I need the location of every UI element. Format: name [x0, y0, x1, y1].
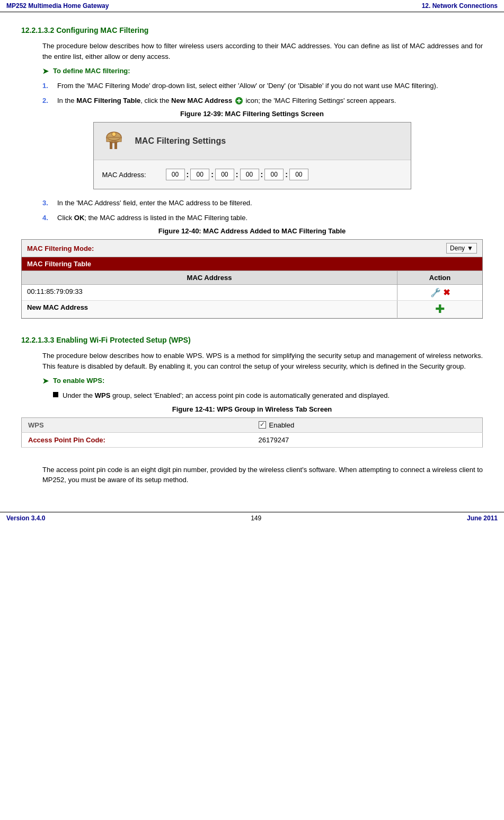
arrow-icon: ➤: [42, 67, 49, 75]
section-323-heading: 12.2.1.3.2 Configuring MAC Filtering: [21, 26, 483, 34]
mac-filter-settings-title: MAC Filtering Settings: [135, 136, 226, 146]
wps-enabled-label: Enabled: [269, 421, 295, 429]
mac-table-col-headers: MAC Address Action: [22, 271, 482, 285]
fig39-container: MAC Filtering Settings MAC Address: : : …: [21, 122, 483, 189]
col-header-mac: MAC Address: [22, 271, 397, 284]
steps-list-1: 1. From the 'MAC Filtering Mode' drop-do…: [42, 81, 483, 106]
wps-checkbox-area: Enabled: [259, 421, 476, 429]
wps-row-enabled: WPS Enabled: [22, 417, 483, 432]
wps-row2-value: 26179247: [252, 432, 483, 447]
to-enable-wps-arrow: ➤ To enable WPS:: [42, 377, 483, 385]
fig40-caption: Figure 12-40: MAC Address Added to MAC F…: [21, 227, 483, 235]
fig40-container: MAC Filtering Mode: Deny ▼ MAC Filtering…: [21, 239, 483, 327]
mac-table-section-header: MAC Filtering Table: [22, 257, 482, 271]
step-4-text: Click OK; the MAC address is listed in t…: [57, 213, 483, 223]
step-1-num: 1.: [42, 81, 57, 91]
mac-mode-value: Deny: [450, 245, 465, 252]
wps-bullet-text: Under the WPS group, select 'Enabled'; a…: [63, 390, 483, 401]
mac-filter-icon: [102, 128, 129, 154]
mac-mode-label: MAC Filtering Mode:: [27, 245, 446, 252]
arrow-icon-2: ➤: [42, 377, 49, 385]
mac-field-1[interactable]: [166, 169, 185, 180]
page-footer: Version 3.4.0 149 June 2011: [0, 512, 504, 524]
step-4-num: 4.: [42, 213, 57, 223]
mac-address-label: MAC Address:: [102, 171, 166, 179]
mac-field-3[interactable]: [215, 169, 234, 180]
mac-mode-row: MAC Filtering Mode: Deny ▼: [22, 240, 482, 257]
footer-version: Version 3.4.0: [6, 514, 45, 522]
wps-row2-label: Access Point Pin Code:: [22, 432, 252, 447]
step-2-num: 2.: [42, 95, 57, 106]
svg-rect-3: [114, 142, 117, 149]
mac-address-row: MAC Address: : : : : :: [102, 169, 402, 180]
add-icon-inline: [235, 97, 243, 104]
fig41-caption: Figure 12-41: WPS Group in Wireless Tab …: [21, 405, 483, 413]
mac-field-4[interactable]: [240, 169, 259, 180]
mac-field-2[interactable]: [190, 169, 209, 180]
footer-page-number: 149: [251, 514, 261, 522]
wps-row-pincode: Access Point Pin Code: 26179247: [22, 432, 483, 447]
mac-field-6[interactable]: [289, 169, 308, 180]
mac-filter-settings-header: MAC Filtering Settings: [94, 123, 411, 160]
section-333-closing: The access point pin code is an eight di…: [42, 465, 483, 485]
step-4-ok: OK: [74, 214, 85, 222]
mac-mode-dropdown-icon[interactable]: ▼: [467, 245, 473, 252]
wps-enabled-checkbox[interactable]: [259, 421, 266, 429]
new-mac-label: New MAC Address: [22, 301, 397, 318]
mac-sep-2: :: [211, 170, 214, 179]
footer-date: June 2011: [467, 514, 498, 522]
header-product-name: MP252 Multimedia Home Gateway: [6, 2, 109, 10]
fig39-caption: Figure 12-39: MAC Filtering Settings Scr…: [21, 110, 483, 118]
section-333-heading: 12.2.1.3.3 Enabling Wi-Fi Protected Setu…: [21, 336, 483, 344]
section-323-intro: The procedure below describes how to fil…: [42, 41, 483, 62]
mac-sep-1: :: [187, 170, 189, 179]
mac-sep-3: :: [236, 170, 238, 179]
to-enable-wps-label: To enable WPS:: [53, 377, 104, 385]
step-2-text: In the MAC Filtering Table, click the Ne…: [57, 95, 483, 106]
add-new-mac-icon[interactable]: ✚: [435, 303, 445, 315]
wps-bold: WPS: [95, 391, 111, 399]
page-header: MP252 Multimedia Home Gateway 12. Networ…: [0, 0, 504, 12]
to-define-mac-filtering-arrow: ➤ To define MAC filtering:: [42, 67, 483, 75]
svg-point-4: [112, 132, 116, 136]
step-2-bold1: MAC Filtering Table: [76, 97, 140, 104]
action-icons: 🔧 ✖: [430, 287, 450, 298]
main-content: 12.2.1.3.2 Configuring MAC Filtering The…: [0, 12, 504, 501]
square-bullet-icon: [53, 392, 58, 397]
steps-list-2: 3. In the 'MAC Address' field, enter the…: [42, 198, 483, 223]
cell-mac-address: 00:11:85:79:09:33: [22, 285, 397, 300]
mac-mode-select[interactable]: Deny ▼: [446, 243, 477, 254]
section-333-intro: The procedure below describes how to ena…: [42, 351, 483, 371]
wps-row1-value: Enabled: [252, 417, 483, 432]
step-4: 4. Click OK; the MAC address is listed i…: [42, 213, 483, 223]
mac-table: MAC Filtering Mode: Deny ▼ MAC Filtering…: [21, 239, 483, 319]
svg-rect-2: [110, 142, 112, 149]
cell-action-edit-delete: 🔧 ✖: [397, 285, 482, 300]
edit-icon[interactable]: 🔧: [430, 287, 441, 298]
step-1: 1. From the 'MAC Filtering Mode' drop-do…: [42, 81, 483, 91]
col-header-action: Action: [397, 271, 482, 284]
step-3-num: 3.: [42, 198, 57, 208]
header-chapter: 12. Network Connections: [422, 2, 498, 10]
table-row: 00:11:85:79:09:33 🔧 ✖: [22, 285, 482, 301]
step-2-bold2: New MAC Address: [171, 97, 232, 104]
to-define-mac-filtering-label: To define MAC filtering:: [53, 67, 130, 75]
fig41-container: WPS Enabled Access Point Pin Code: 26179…: [21, 417, 483, 456]
wps-bullet-item: Under the WPS group, select 'Enabled'; a…: [53, 390, 483, 401]
step-1-text: From the 'MAC Filtering Mode' drop-down …: [57, 81, 483, 91]
mac-filter-settings-body: MAC Address: : : : : :: [94, 160, 411, 189]
step-3: 3. In the 'MAC Address' field, enter the…: [42, 198, 483, 208]
wps-row1-label: WPS: [22, 417, 252, 432]
step-2: 2. In the MAC Filtering Table, click the…: [42, 95, 483, 106]
step-3-text: In the 'MAC Address' field, enter the MA…: [57, 198, 483, 208]
mac-sep-4: :: [261, 170, 263, 179]
mac-field-5[interactable]: [264, 169, 284, 180]
wps-table: WPS Enabled Access Point Pin Code: 26179…: [21, 417, 483, 448]
delete-icon[interactable]: ✖: [443, 287, 450, 298]
new-mac-row: New MAC Address ✚: [22, 301, 482, 318]
mac-address-fields: : : : : :: [166, 169, 308, 180]
mac-sep-5: :: [285, 170, 288, 179]
mac-filter-settings-screen: MAC Filtering Settings MAC Address: : : …: [93, 122, 411, 189]
new-mac-action: ✚: [397, 301, 482, 318]
